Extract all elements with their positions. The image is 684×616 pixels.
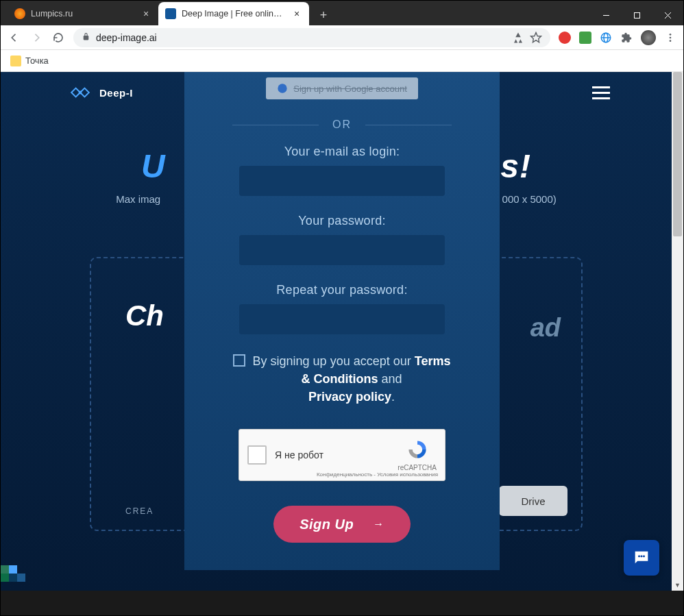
svg-rect-16 — [1, 574, 9, 582]
svg-point-10 — [670, 40, 672, 42]
logo-text: Deep-I — [99, 87, 133, 99]
page-viewport: Deep-I U s! Max imag 000 x 5000) Ch ad C… — [1, 72, 683, 591]
scroll-down-arrow-icon[interactable]: ▼ — [672, 579, 683, 591]
signup-button-label: Sign Up — [300, 517, 354, 532]
svg-point-15 — [643, 555, 645, 557]
extensions — [559, 30, 676, 45]
svg-point-12 — [278, 84, 287, 93]
dropzone-create-label: CREA — [125, 506, 154, 516]
or-divider: OR — [232, 119, 452, 131]
avatar[interactable] — [641, 30, 656, 45]
scrollbar-thumb[interactable] — [673, 72, 682, 236]
tab-close-icon[interactable]: × — [291, 8, 302, 19]
decorative-pixels — [1, 546, 56, 587]
dropzone-text-left: Ch — [125, 299, 164, 332]
password-field[interactable] — [239, 235, 445, 265]
email-label: Your e-mail as login: — [232, 145, 452, 159]
logo-icon — [69, 84, 91, 101]
url-text: deep-image.ai — [96, 32, 157, 43]
window-close-button[interactable] — [652, 5, 683, 25]
signup-button[interactable]: Sign Up → — [273, 506, 411, 543]
svg-point-14 — [640, 555, 642, 557]
window-minimize-button[interactable] — [591, 5, 622, 25]
signup-panel: Sign up with Google account OR Your e-ma… — [184, 72, 500, 570]
svg-point-11 — [79, 91, 82, 95]
vertical-scrollbar[interactable]: ▲ ▼ — [672, 72, 683, 591]
chat-icon — [632, 548, 651, 567]
recaptcha-checkbox[interactable] — [247, 445, 267, 465]
svg-point-13 — [638, 555, 640, 557]
tab-lumpics[interactable]: Lumpics.ru × — [8, 2, 158, 25]
tabs-bar: Lumpics.ru × Deep Image | Free online up… — [1, 1, 683, 25]
recaptcha-branding: reCAPTCHA — [398, 439, 437, 471]
dropzone-text-right: ad — [530, 313, 561, 343]
privacy-link[interactable]: Privacy policy — [308, 390, 391, 404]
bookmark-folder-icon — [10, 56, 21, 66]
password-label: Your password: — [232, 214, 452, 228]
window-maximize-button[interactable] — [622, 5, 652, 25]
back-button[interactable] — [8, 31, 21, 45]
accept-terms-row: By signing up you accept our Terms & Con… — [232, 352, 452, 406]
svg-point-8 — [670, 34, 672, 36]
recaptcha-widget: Я не робот reCAPTCHA Конфиденциальность … — [239, 429, 445, 481]
svg-rect-17 — [9, 565, 17, 574]
svg-rect-19 — [1, 565, 9, 574]
browser-window: Lumpics.ru × Deep Image | Free online up… — [0, 0, 684, 616]
star-icon[interactable] — [530, 32, 542, 44]
hamburger-menu-icon[interactable] — [592, 86, 610, 99]
svg-marker-4 — [531, 32, 541, 42]
google-icon — [277, 83, 288, 94]
google-signup-button[interactable]: Sign up with Google account — [266, 77, 418, 99]
ext-green-icon[interactable] — [579, 32, 591, 44]
tab-deepimage[interactable]: Deep Image | Free online upscale × — [158, 2, 309, 25]
email-field[interactable] — [239, 166, 445, 196]
recaptcha-links[interactable]: Конфиденциальность - Условия использован… — [317, 471, 438, 478]
extensions-icon[interactable] — [620, 32, 633, 44]
repeat-password-label: Repeat your password: — [232, 283, 452, 297]
svg-rect-1 — [635, 12, 640, 18]
reload-button[interactable] — [51, 31, 65, 45]
new-tab-button[interactable]: + — [313, 5, 334, 25]
chat-widget-button[interactable] — [624, 540, 659, 576]
lock-icon — [82, 32, 90, 43]
favicon-lumpics — [14, 8, 25, 19]
drive-button[interactable]: Drive — [499, 486, 567, 516]
ext-globe-icon[interactable] — [600, 32, 612, 44]
accept-terms-text: By signing up you accept our Terms & Con… — [252, 352, 451, 406]
tab-title: Deep Image | Free online upscale — [182, 9, 286, 19]
arrow-right-icon: → — [373, 518, 384, 530]
logo[interactable]: Deep-I — [69, 84, 133, 101]
tab-close-icon[interactable]: × — [141, 8, 151, 19]
translate-icon[interactable] — [512, 32, 524, 44]
address-bar[interactable]: deep-image.ai — [73, 28, 550, 47]
ext-red-icon[interactable] — [559, 32, 571, 44]
accept-terms-checkbox[interactable] — [233, 354, 245, 367]
tab-title: Lumpics.ru — [31, 9, 135, 19]
omnibar: deep-image.ai — [1, 25, 683, 50]
favicon-deepimage — [165, 8, 176, 19]
recaptcha-label: Я не робот — [275, 449, 323, 460]
bookmarks-bar: Точка — [1, 50, 683, 72]
svg-rect-18 — [17, 574, 25, 582]
forward-button[interactable] — [29, 31, 43, 45]
repeat-password-field[interactable] — [239, 304, 445, 334]
svg-point-9 — [670, 36, 672, 38]
svg-rect-20 — [9, 574, 17, 582]
bookmark-item[interactable]: Точка — [25, 56, 49, 66]
recaptcha-icon — [405, 439, 430, 460]
menu-icon[interactable] — [664, 32, 676, 44]
